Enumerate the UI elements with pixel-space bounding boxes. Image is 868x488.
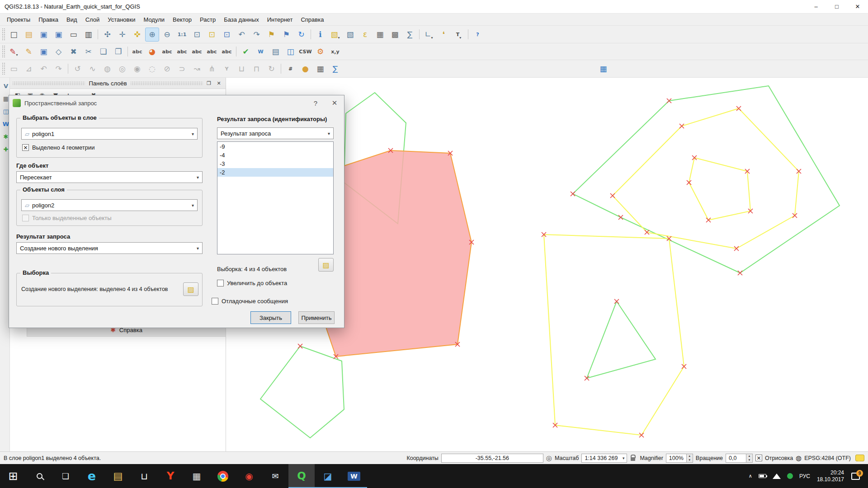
group-stats-icon[interactable]: ∑	[328, 62, 342, 76]
dialog-apply-button[interactable]: Применить	[298, 311, 335, 324]
mouse-tracking-icon[interactable]: ◎	[546, 454, 552, 462]
store-icon[interactable]: ⊔	[131, 464, 157, 488]
merge-attributes-icon[interactable]: ⊓	[250, 62, 264, 76]
coordinate-capture-icon[interactable]: x,y	[328, 45, 342, 59]
search-button[interactable]	[26, 464, 52, 488]
new-bookmark-icon[interactable]: ⚑	[264, 28, 278, 42]
selection-icon-button[interactable]: ▨	[183, 282, 198, 296]
result-list-item[interactable]: -9	[217, 142, 333, 151]
delete-selected-icon[interactable]: ✖	[66, 45, 80, 59]
action-center-icon[interactable]: 9	[851, 473, 860, 480]
new-print-composer-icon[interactable]: ▭	[66, 28, 80, 42]
split-features-icon[interactable]: Y	[220, 62, 234, 76]
change-label-icon[interactable]: abc	[220, 45, 234, 59]
maximize-button[interactable]: □	[826, 0, 847, 13]
spin-up-icon[interactable]	[687, 454, 693, 458]
redo-icon[interactable]: ↷	[52, 62, 66, 76]
battery-icon[interactable]	[759, 474, 766, 478]
menu-item[interactable]: Растр	[196, 16, 220, 23]
text-annotation-icon[interactable]: T	[452, 28, 466, 42]
close-button[interactable]: ✕	[847, 0, 868, 13]
result-list-item[interactable]: -2	[217, 168, 333, 177]
task-view-button[interactable]: ❏	[52, 464, 79, 488]
result-list-item[interactable]: -4	[217, 151, 333, 160]
menu-item[interactable]: Проекты	[3, 16, 34, 23]
select-features-icon[interactable]: ▧	[328, 28, 342, 42]
dialog-help-button[interactable]: ?	[306, 95, 325, 111]
project-save-as-icon[interactable]: ▣	[52, 28, 66, 42]
measure-icon[interactable]: ∟	[422, 28, 436, 42]
checkbox-box[interactable]	[212, 298, 218, 305]
source-layer-combo[interactable]: ▱ poligon1	[21, 128, 198, 140]
attributes-summary-icon[interactable]: ▦	[313, 62, 327, 76]
zoom-out-icon[interactable]: ⊖	[160, 28, 174, 42]
rotation-spin-buttons[interactable]	[746, 454, 753, 463]
add-ring-icon[interactable]: ◍	[100, 62, 114, 76]
cut-features-icon[interactable]: ✂	[81, 45, 95, 59]
dialog-close-button[interactable]: ✕	[325, 95, 344, 111]
start-button[interactable]: ⊞	[0, 464, 26, 488]
zoom-last-icon[interactable]: ↶	[235, 28, 249, 42]
reference-layer-combo[interactable]: ▱ poligon2	[21, 199, 198, 211]
enable-advanced-digitizing-icon[interactable]: ▭	[7, 62, 21, 76]
menu-item[interactable]: База данных	[220, 16, 263, 23]
layout-plugin-icon[interactable]: ▤	[269, 45, 283, 59]
rotation-spinbox[interactable]: 0,0	[726, 454, 753, 463]
scale-combo[interactable]: 1:14 336 269	[581, 454, 627, 463]
chrome-icon[interactable]	[210, 464, 236, 488]
file-explorer-icon[interactable]: ▤	[105, 464, 131, 488]
crs-globe-icon[interactable]: ◍	[796, 454, 802, 462]
menu-item[interactable]: Вектор	[169, 16, 196, 23]
zoom-next-icon[interactable]: ↷	[250, 28, 264, 42]
project-new-icon[interactable]: □	[7, 28, 21, 42]
node-tool-icon[interactable]: ◇	[52, 45, 66, 59]
debug-messages-checkbox[interactable]: Отладочные сообщения	[212, 298, 288, 305]
results-list[interactable]: -9-4-3-2	[217, 141, 334, 254]
map-tips-icon[interactable]: ❛	[437, 28, 451, 42]
python-console-icon[interactable]: ●	[298, 62, 312, 76]
yandex-browser-icon[interactable]: Y	[157, 464, 184, 488]
copy-features-icon[interactable]: ❏	[96, 45, 110, 59]
composer-manager-icon[interactable]: ▥	[81, 28, 95, 42]
plugin-map-icon[interactable]: ▦	[596, 62, 610, 76]
zoom-native-icon[interactable]: 1:1	[175, 28, 189, 42]
simplify-feature-icon[interactable]: ∿	[85, 62, 99, 76]
statistical-summary-icon[interactable]: ∑	[403, 28, 417, 42]
project-save-icon[interactable]: ▣	[37, 28, 51, 42]
dialog-titlebar[interactable]: Пространственный запрос ? ✕	[9, 95, 344, 111]
delete-ring-icon[interactable]: ◌	[145, 62, 159, 76]
pin-labels-icon[interactable]: abc	[160, 45, 174, 59]
gis-app-icon[interactable]: ◪	[315, 464, 341, 488]
help-icon[interactable]: ?	[471, 28, 485, 42]
zoom-to-selection-icon[interactable]: ⊡	[205, 28, 219, 42]
wifi-icon[interactable]	[773, 474, 781, 479]
magnifier-spin-buttons[interactable]	[687, 454, 693, 463]
menu-item[interactable]: Вид	[62, 16, 81, 23]
rotate-feature-icon[interactable]: ↺	[71, 62, 85, 76]
label-options-icon[interactable]: abc	[130, 45, 144, 59]
results-combo[interactable]: Результат запроса	[217, 127, 334, 139]
minimize-button[interactable]: –	[806, 0, 826, 13]
log-messages-icon[interactable]	[855, 455, 864, 461]
open-attribute-table-icon[interactable]: ▦	[373, 28, 387, 42]
reshape-features-icon[interactable]: ↝	[190, 62, 204, 76]
result-mode-combo[interactable]: Создание нового выделения	[16, 242, 203, 254]
menu-item[interactable]: Интернет	[263, 16, 297, 23]
qgis-icon[interactable]: Q	[288, 464, 315, 488]
only-selected-checkbox[interactable]: Только выделенные объекты	[22, 215, 112, 221]
highlight-labels-icon[interactable]: abc	[175, 45, 189, 59]
diagram-options-icon[interactable]: ◕	[145, 45, 159, 59]
mail-icon[interactable]: ✉	[262, 464, 288, 488]
result-list-item[interactable]: -3	[217, 160, 333, 168]
antivirus-icon[interactable]	[787, 473, 793, 479]
current-edits-icon[interactable]: ✎	[7, 45, 21, 59]
metasearch-icon[interactable]: W	[254, 45, 268, 59]
undo-icon[interactable]: ↶	[37, 62, 51, 76]
project-open-icon[interactable]: ▤	[22, 28, 36, 42]
selected-geometries-checkbox[interactable]: Выделено 4 геометрии	[22, 144, 94, 151]
select-by-expression-icon[interactable]: ε	[358, 28, 372, 42]
checkbox-box[interactable]	[22, 215, 29, 221]
add-part-icon[interactable]: ◎	[115, 62, 129, 76]
move-label-icon[interactable]: abc	[190, 45, 204, 59]
checkbox-box[interactable]	[22, 144, 29, 151]
